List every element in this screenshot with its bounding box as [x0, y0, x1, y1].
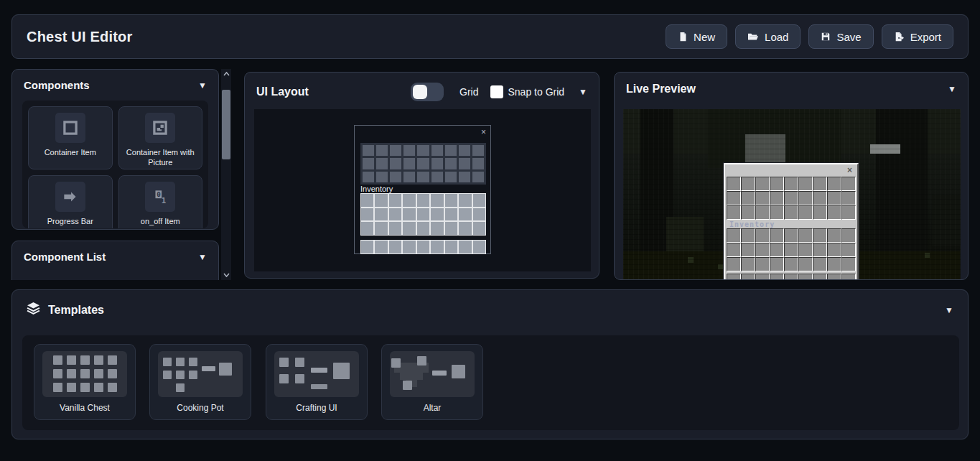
chevron-down-icon[interactable]: ▼: [579, 87, 587, 97]
slot[interactable]: [445, 222, 457, 235]
slot[interactable]: [417, 158, 429, 169]
slot[interactable]: [431, 172, 443, 182]
component-card-container-item-with-picture[interactable]: Container Item with Picture: [118, 106, 203, 169]
slot[interactable]: [445, 145, 457, 156]
component-card-label: on_off Item: [138, 216, 183, 226]
component-card-on-off-item[interactable]: 01 on_off Item: [118, 175, 203, 228]
scroll-down-icon[interactable]: [221, 270, 231, 280]
slot: [813, 257, 827, 271]
close-icon[interactable]: ×: [847, 165, 852, 175]
slot[interactable]: [431, 194, 443, 207]
slot[interactable]: [431, 208, 443, 221]
ui-layout-panel: UI Layout Grid Snap to Grid ▼ × Inventor…: [244, 72, 599, 279]
slot[interactable]: [389, 208, 401, 221]
chest-draft[interactable]: × Inventory: [354, 125, 491, 254]
component-card-progress-bar[interactable]: Progress Bar: [28, 175, 113, 228]
chevron-down-icon[interactable]: ▼: [948, 84, 956, 94]
slot[interactable]: [473, 208, 485, 221]
components-panel-title: Components: [24, 79, 90, 91]
slot[interactable]: [376, 145, 388, 156]
slot[interactable]: [376, 172, 388, 182]
slot[interactable]: [363, 172, 374, 182]
slot: [755, 205, 770, 220]
slot[interactable]: [361, 208, 373, 221]
slot[interactable]: [459, 172, 470, 182]
template-card-crafting-ui[interactable]: Crafting UI: [266, 344, 368, 420]
template-card-cooking-pot[interactable]: Cooking Pot: [149, 344, 251, 420]
slot[interactable]: [417, 194, 429, 207]
slot[interactable]: [459, 241, 471, 253]
slot[interactable]: [445, 208, 457, 221]
slot[interactable]: [389, 194, 401, 207]
slot[interactable]: [390, 158, 401, 169]
slot[interactable]: [403, 241, 415, 253]
template-card-vanilla-chest[interactable]: Vanilla Chest: [34, 344, 136, 420]
slot[interactable]: [361, 194, 373, 207]
slot[interactable]: [445, 194, 457, 207]
chevron-down-icon[interactable]: ▼: [945, 305, 953, 315]
slot[interactable]: [403, 172, 415, 182]
page-title: Chest UI Editor: [27, 29, 132, 45]
slot[interactable]: [473, 241, 485, 253]
components-panel: Components ▼ Container Item Container It…: [11, 69, 219, 230]
slot[interactable]: [431, 241, 443, 253]
slot[interactable]: [445, 158, 457, 169]
sidebar-scrollbar[interactable]: [221, 69, 231, 280]
save-button[interactable]: Save: [808, 24, 873, 49]
slot[interactable]: [390, 145, 401, 156]
slot[interactable]: [472, 158, 484, 169]
slot[interactable]: [375, 194, 387, 207]
slot[interactable]: [459, 194, 471, 207]
slot[interactable]: [459, 145, 470, 156]
slot[interactable]: [459, 208, 471, 221]
template-label: Crafting UI: [266, 403, 367, 413]
slot[interactable]: [403, 208, 415, 221]
slot[interactable]: [445, 172, 457, 182]
slot[interactable]: [363, 145, 374, 156]
slot[interactable]: [431, 222, 443, 235]
slot[interactable]: [417, 208, 429, 221]
scrollbar-thumb[interactable]: [222, 90, 230, 159]
slot[interactable]: [375, 208, 387, 221]
slot[interactable]: [361, 222, 373, 235]
grid-toggle[interactable]: [411, 83, 444, 101]
slot[interactable]: [417, 172, 429, 182]
slot[interactable]: [361, 241, 373, 253]
slot[interactable]: [390, 172, 401, 182]
slot[interactable]: [431, 158, 443, 169]
slot[interactable]: [403, 194, 415, 207]
component-card-container-item[interactable]: Container Item: [28, 106, 113, 169]
slot[interactable]: [417, 222, 429, 235]
slot[interactable]: [403, 145, 415, 156]
chevron-down-icon[interactable]: ▼: [198, 80, 207, 90]
slot[interactable]: [389, 241, 401, 253]
load-button-label: Load: [765, 31, 788, 43]
new-button[interactable]: New: [666, 24, 727, 49]
load-button[interactable]: Load: [735, 24, 801, 49]
slot[interactable]: [403, 222, 415, 235]
slot[interactable]: [417, 241, 429, 253]
chevron-down-icon[interactable]: ▼: [198, 252, 207, 262]
slot[interactable]: [363, 158, 374, 169]
slot[interactable]: [472, 172, 484, 182]
slot[interactable]: [389, 222, 401, 235]
slot[interactable]: [376, 158, 388, 169]
slot[interactable]: [403, 158, 415, 169]
scroll-up-icon[interactable]: [221, 69, 231, 79]
close-icon[interactable]: ×: [481, 127, 486, 137]
snap-to-grid-checkbox[interactable]: [490, 85, 503, 98]
slot[interactable]: [473, 222, 485, 235]
slot[interactable]: [459, 222, 471, 235]
slot[interactable]: [445, 241, 457, 253]
slot[interactable]: [375, 241, 387, 253]
slot[interactable]: [473, 194, 485, 207]
layout-canvas[interactable]: × Inventory: [254, 109, 591, 271]
export-button[interactable]: Export: [882, 24, 953, 49]
template-card-altar[interactable]: Altar: [381, 344, 483, 420]
slot[interactable]: [375, 222, 387, 235]
slot[interactable]: [472, 145, 484, 156]
slot[interactable]: [459, 158, 470, 169]
slot[interactable]: [417, 145, 429, 156]
preview-inventory-label: Inventory: [729, 220, 857, 228]
slot[interactable]: [431, 145, 443, 156]
